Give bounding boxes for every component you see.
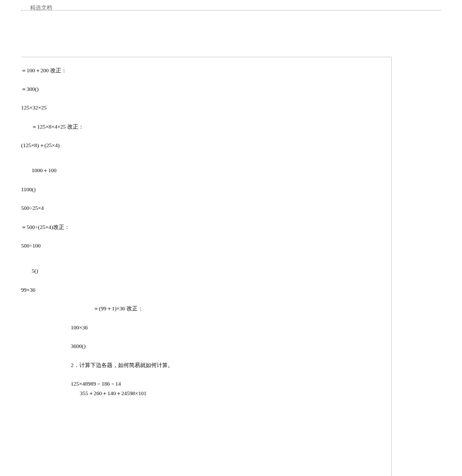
math-line: 5() <box>32 268 38 274</box>
math-line: ＝100＋200 改正： <box>21 67 67 74</box>
math-line: 100×36 <box>71 324 88 331</box>
math-line: ＝300() <box>21 86 39 92</box>
header-divider <box>21 10 441 11</box>
math-line: 3600() <box>71 343 85 349</box>
math-line: (125×8)＋(25×4) <box>21 142 60 149</box>
math-line: 125×32×25 <box>21 104 47 111</box>
content-frame <box>21 57 392 476</box>
math-line: ＝125×8×4×25 改正： <box>32 124 84 130</box>
math-line: 125×48989－186－14 <box>71 381 121 387</box>
math-line: 1000＋100 <box>32 167 57 174</box>
math-line: ＝(99＋1)×36 改正： <box>93 305 143 312</box>
math-line: 500÷100 <box>21 243 41 249</box>
math-line: ＝500÷(25×4)改正： <box>21 224 70 230</box>
instruction-line: 2．计算下边各题，如何简易就如何计算。 <box>71 362 173 369</box>
math-line: 1100() <box>21 186 36 193</box>
math-line: 99×36 <box>21 287 35 293</box>
math-line: 500÷25×4 <box>21 205 44 211</box>
math-line: 355＋260＋140＋24598×101 <box>80 390 147 397</box>
